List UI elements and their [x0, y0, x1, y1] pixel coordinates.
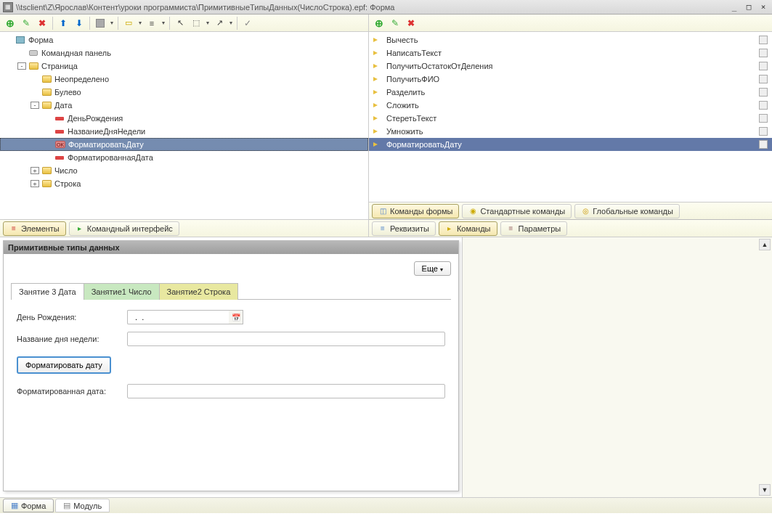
- separator: [52, 17, 53, 30]
- tool-button-3[interactable]: ↗: [212, 16, 227, 30]
- move-up-button[interactable]: ⬆: [56, 16, 70, 30]
- more-button[interactable]: Еще ▾: [414, 261, 451, 276]
- field-icon: [54, 153, 65, 162]
- elements-tree[interactable]: ФормаКомандная панель-СтраницаНеопределе…: [0, 32, 368, 219]
- edit-button[interactable]: ✎: [19, 16, 33, 30]
- tree-row[interactable]: +Число: [0, 164, 368, 177]
- panel-button-1[interactable]: ▭: [121, 16, 136, 30]
- command-row[interactable]: Сложить: [369, 99, 772, 112]
- scroll-up-button[interactable]: ▲: [759, 239, 771, 250]
- calendar-button[interactable]: 📅: [229, 310, 243, 324]
- command-row[interactable]: ПолучитьОстатокОтДеления: [369, 60, 772, 73]
- commands-list[interactable]: ВычестьНаписатьТекстПолучитьОстатокОтДел…: [369, 32, 772, 202]
- input-formatted[interactable]: [127, 384, 445, 398]
- tab-commands[interactable]: ▸Команды: [439, 221, 497, 236]
- dropdown-arrow[interactable]: ▾: [228, 20, 234, 26]
- tab-std-commands[interactable]: ◉Стандартные команды: [462, 204, 572, 218]
- dropdown-arrow[interactable]: ▾: [109, 20, 115, 26]
- command-row[interactable]: СтеретьТекст: [369, 112, 772, 125]
- tab-lesson1-number[interactable]: Занятие1 Число: [84, 283, 160, 300]
- tab-form-commands[interactable]: ◫Команды формы: [372, 204, 459, 218]
- tab-label: Форма: [21, 502, 46, 510]
- command-checkbox[interactable]: [759, 75, 768, 83]
- command-checkbox[interactable]: [759, 49, 768, 57]
- tab-label: Модуль: [73, 502, 102, 510]
- tool-button-1[interactable]: ↖: [173, 16, 187, 30]
- command-checkbox[interactable]: [759, 88, 768, 97]
- format-date-button[interactable]: Форматировать дату: [17, 356, 111, 374]
- expand-toggle[interactable]: -: [17, 62, 26, 70]
- tree-row[interactable]: -Страница: [0, 60, 368, 73]
- tree-row[interactable]: +Строка: [0, 177, 368, 190]
- preview-area: Примитивные типы данных Еще ▾ Занятие 3 …: [0, 237, 772, 497]
- command-icon: [373, 75, 382, 83]
- command-checkbox[interactable]: [759, 36, 768, 44]
- tab-form[interactable]: ▦Форма: [3, 499, 54, 512]
- delete-button[interactable]: ✖: [35, 16, 49, 30]
- command-checkbox[interactable]: [759, 101, 768, 110]
- tree-row[interactable]: Неопределено: [0, 73, 368, 86]
- tree-row[interactable]: -Дата: [0, 99, 368, 112]
- command-row[interactable]: ПолучитьФИО: [369, 73, 772, 86]
- command-checkbox[interactable]: [759, 127, 768, 136]
- add-button[interactable]: ⊕: [3, 16, 17, 30]
- command-checkbox[interactable]: [759, 114, 768, 123]
- tree-row[interactable]: НазваниеДняНедели: [0, 125, 368, 138]
- tab-global-commands[interactable]: ◎Глобальные команды: [574, 204, 680, 218]
- tab-module[interactable]: ▤Модуль: [55, 499, 110, 512]
- tree-row[interactable]: Булево: [0, 86, 368, 99]
- tree-row[interactable]: OKФорматироватьДату: [0, 138, 368, 151]
- move-down-button[interactable]: ⬇: [72, 16, 86, 30]
- tab-command-interface[interactable]: ▸Командный интерфейс: [69, 221, 179, 236]
- tree-row[interactable]: ДеньРождения: [0, 112, 368, 125]
- cmd-icon: ▸: [445, 224, 454, 233]
- command-row[interactable]: НаписатьТекст: [369, 46, 772, 60]
- tab-requisites[interactable]: ≡Реквизиты: [372, 221, 436, 236]
- main-split: ⊕ ✎ ✖ ⬆ ⬇ ▾ ▭▾ ≡▾ ↖ ⬚▾ ↗▾ ✓ ФормаКомандн…: [0, 15, 772, 237]
- expand-toggle[interactable]: +: [31, 180, 39, 187]
- expand-toggle: [4, 36, 13, 44]
- command-label: НаписатьТекст: [386, 49, 759, 57]
- tab-lesson3-date[interactable]: Занятие 3 Дата: [11, 283, 84, 300]
- dropdown-arrow[interactable]: ▾: [137, 20, 143, 26]
- tab-elements[interactable]: ≡Элементы: [3, 221, 66, 236]
- command-row[interactable]: ФорматироватьДату: [369, 138, 772, 151]
- copy-button[interactable]: [93, 16, 107, 30]
- input-birthday[interactable]: [127, 310, 229, 324]
- command-label: ПолучитьФИО: [386, 75, 759, 83]
- tab-label: Команды формы: [390, 207, 452, 216]
- command-icon: [373, 115, 382, 122]
- cmd-icon: ▸: [76, 224, 84, 233]
- tab-parameters[interactable]: ≡Параметры: [500, 221, 568, 236]
- expand-toggle[interactable]: +: [31, 167, 39, 174]
- dropdown-arrow[interactable]: ▾: [205, 20, 211, 26]
- maximize-button[interactable]: □: [743, 2, 755, 12]
- tree-label: Форма: [28, 36, 53, 44]
- tab-lesson2-string[interactable]: Занятие2 Строка: [159, 283, 239, 300]
- tree-row[interactable]: ФорматированнаяДата: [0, 151, 368, 164]
- command-checkbox[interactable]: [759, 62, 768, 70]
- check-button[interactable]: ✓: [240, 16, 255, 30]
- tree-row[interactable]: Форма: [0, 33, 368, 46]
- module-icon: ▤: [63, 501, 70, 510]
- command-row[interactable]: Разделить: [369, 86, 772, 99]
- command-row[interactable]: Вычесть: [369, 33, 772, 46]
- close-button[interactable]: ×: [757, 2, 769, 12]
- folder-icon: [41, 166, 52, 175]
- dropdown-arrow[interactable]: ▾: [161, 20, 166, 26]
- form-cmd-icon: ◫: [378, 207, 387, 216]
- input-dayname[interactable]: [127, 332, 445, 346]
- scroll-down-button[interactable]: ▼: [759, 484, 771, 496]
- delete-button[interactable]: ✖: [404, 16, 418, 30]
- minimize-button[interactable]: _: [728, 2, 740, 12]
- expand-toggle[interactable]: -: [31, 102, 39, 109]
- edit-button[interactable]: ✎: [388, 16, 402, 30]
- tool-button-2[interactable]: ⬚: [189, 16, 203, 30]
- add-button[interactable]: ⊕: [372, 16, 386, 30]
- tree-row[interactable]: Командная панель: [0, 46, 368, 60]
- command-row[interactable]: Умножить: [369, 125, 772, 138]
- command-checkbox[interactable]: [759, 140, 768, 149]
- panel-button-2[interactable]: ≡: [145, 16, 159, 30]
- tab-label: Стандартные команды: [480, 207, 565, 216]
- param-icon: ≡: [507, 224, 516, 233]
